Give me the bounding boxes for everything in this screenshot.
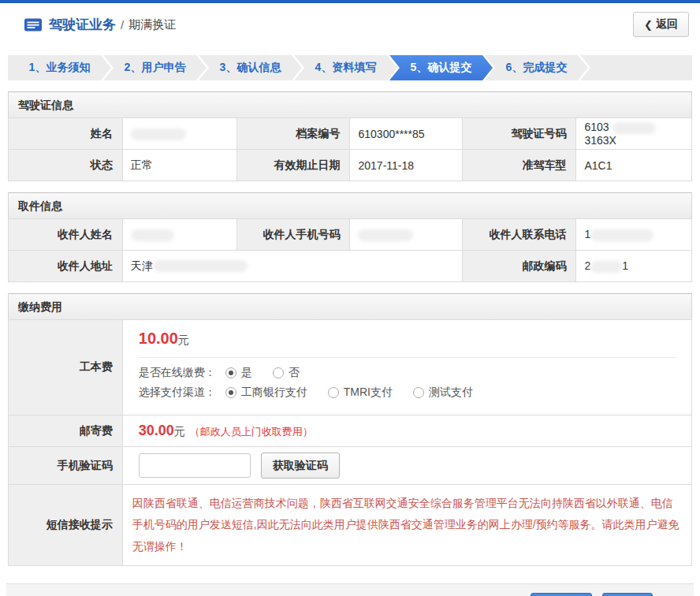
recipient-address-prefix: 天津: [131, 259, 153, 272]
expiry-label: 有效期止日期: [236, 150, 350, 181]
table-row: 收件人地址 天津 邮政编码 21: [9, 251, 692, 282]
radio-channel-tmri-label: TMRI支付: [344, 386, 393, 400]
pickup-section-title: 取件信息: [8, 192, 692, 218]
breadcrumb-separator: /: [121, 18, 124, 32]
postage-fee-cell: 30.00元（邮政人员上门收取费用）: [122, 415, 691, 447]
radio-online-no[interactable]: 否: [273, 366, 300, 380]
file-number-value: 610300****85: [350, 118, 462, 150]
back-button[interactable]: ❮ 返回: [633, 12, 689, 37]
page-header: 驾驶证业务 / 期满换证 ❮ 返回: [0, 3, 700, 46]
back-arrow-icon: ❮: [644, 19, 653, 31]
radio-unselected-icon: [328, 387, 339, 398]
table-row: 状态 正常 有效期止日期 2017-11-18 准驾车型 A1C1: [9, 150, 692, 181]
radio-selected-icon: [225, 367, 236, 378]
postage-fee-label: 邮寄费: [9, 415, 123, 447]
footer-bar: 上一步 完成: [6, 583, 694, 596]
step-label: 6、完成提交: [506, 61, 568, 75]
online-pay-row: 是否在线缴费： 是 否: [139, 366, 676, 380]
license-number-value: 6103 3163X: [576, 118, 692, 150]
table-row: 工本费 10.00元 是否在线缴费： 是 否 选择支付渠道： 工商银行支付 TM…: [9, 320, 692, 415]
postage-fee-note: （邮政人员上门收取费用）: [190, 426, 313, 438]
vehicle-type-value: A1C1: [576, 150, 692, 181]
step-label: 2、用户申告: [125, 61, 186, 75]
license-number-label: 驾驶证号码: [462, 118, 576, 150]
license-info-section: 驾驶证信息 姓名 档案编号 610300****85 驾驶证号码 6103 31…: [8, 91, 692, 181]
postal-code-prefix: 2: [584, 259, 590, 272]
online-pay-label: 是否在线缴费：: [139, 366, 216, 380]
license-info-table: 姓名 档案编号 610300****85 驾驶证号码 6103 3163X 状态…: [8, 117, 692, 181]
previous-step-button[interactable]: 上一步: [531, 593, 592, 596]
file-number-label: 档案编号: [236, 118, 350, 150]
radio-selected-icon: [225, 387, 236, 398]
work-fee-label: 工本费: [9, 320, 123, 415]
table-row: 收件人姓名 收件人手机号码 收件人联系电话 1: [9, 219, 692, 251]
radio-online-yes-label: 是: [241, 366, 252, 380]
get-captcha-button[interactable]: 获取验证码: [261, 453, 340, 479]
step-label: 3、确认信息: [220, 61, 281, 75]
license-number-prefix: 6103: [584, 121, 609, 133]
radio-channel-tmri[interactable]: TMRI支付: [328, 386, 393, 400]
license-section-title: 驾驶证信息: [8, 91, 692, 117]
work-fee-amount-line: 10.00元: [139, 330, 676, 348]
table-row: 手机验证码 获取验证码: [9, 447, 692, 485]
step-bar-filler: [580, 55, 692, 80]
name-label: 姓名: [9, 118, 123, 150]
currency-unit: 元: [178, 333, 189, 346]
captcha-label: 手机验证码: [9, 447, 123, 485]
status-label: 状态: [9, 150, 123, 181]
radio-channel-icbc-label: 工商银行支付: [241, 386, 307, 400]
redacted-recipient-mobile: [358, 229, 413, 241]
redacted-postal-code: [590, 261, 622, 273]
step-label: 1、业务须知: [29, 61, 91, 75]
fees-table: 工本费 10.00元 是否在线缴费： 是 否 选择支付渠道： 工商银行支付 TM…: [8, 319, 692, 566]
pickup-info-section: 取件信息 收件人姓名 收件人手机号码 收件人联系电话 1 收件人地址 天津 邮政…: [8, 192, 692, 282]
redacted-recipient-phone: [590, 229, 653, 241]
step-2-user-declaration[interactable]: 2、用户申告: [103, 55, 207, 80]
page-title: 驾驶证业务: [49, 16, 116, 34]
license-card-icon: [24, 17, 43, 32]
finish-button[interactable]: 完成: [602, 593, 653, 596]
recipient-phone-label: 收件人联系电话: [462, 219, 576, 251]
recipient-mobile-label: 收件人手机号码: [236, 219, 350, 251]
postal-code-suffix: 1: [622, 259, 628, 272]
step-5-confirm-submit[interactable]: 5、确认提交: [389, 55, 493, 80]
step-label: 5、确认提交: [411, 61, 472, 75]
radio-online-yes[interactable]: 是: [225, 366, 252, 380]
redacted-recipient-address: [153, 260, 248, 272]
name-value: [122, 118, 236, 150]
recipient-address-value: 天津: [122, 251, 462, 282]
breadcrumb-current: 期满换证: [128, 17, 176, 32]
radio-channel-test[interactable]: 测试支付: [413, 386, 473, 400]
vehicle-type-label: 准驾车型: [462, 150, 576, 181]
postal-code-label: 邮政编码: [462, 251, 576, 282]
captcha-input[interactable]: [139, 453, 251, 478]
fee-divider: [139, 357, 676, 358]
currency-unit: 元: [174, 425, 185, 438]
step-4-fill-data[interactable]: 4、资料填写: [294, 55, 397, 80]
license-number-suffix: 3163X: [584, 134, 616, 147]
table-row: 短信接收提示 因陕西省联通、电信运营商技术问题，陕西省互联网交通安全综合服务管理…: [9, 485, 692, 566]
radio-unselected-icon: [413, 387, 424, 398]
step-6-complete-submit[interactable]: 6、完成提交: [485, 55, 588, 80]
recipient-phone-value: 1: [576, 219, 692, 251]
radio-unselected-icon: [273, 367, 284, 378]
work-fee-cell: 10.00元 是否在线缴费： 是 否 选择支付渠道： 工商银行支付 TMRI支付…: [122, 320, 691, 415]
sms-notice-label: 短信接收提示: [9, 485, 123, 566]
pay-channel-label: 选择支付渠道：: [139, 386, 216, 400]
recipient-address-label: 收件人地址: [9, 251, 123, 282]
sms-notice-text: 因陕西省联通、电信运营商技术问题，陕西省互联网交通安全综合服务管理平台无法向持陕…: [132, 493, 682, 557]
step-1-business-notice[interactable]: 1、业务须知: [8, 55, 111, 80]
work-fee-amount: 10.00: [139, 330, 178, 347]
radio-channel-icbc[interactable]: 工商银行支付: [225, 386, 307, 400]
postage-fee-amount: 30.00: [139, 423, 174, 438]
fees-section: 缴纳费用 工本费 10.00元 是否在线缴费： 是 否 选择支付渠道： 工商银行…: [8, 293, 692, 566]
step-progress-bar: 1、业务须知 2、用户申告 3、确认信息 4、资料填写 5、确认提交 6、完成提…: [8, 55, 692, 80]
pickup-info-table: 收件人姓名 收件人手机号码 收件人联系电话 1 收件人地址 天津 邮政编码 21: [8, 218, 692, 282]
expiry-value: 2017-11-18: [350, 150, 462, 181]
table-row: 姓名 档案编号 610300****85 驾驶证号码 6103 3163X: [9, 118, 692, 150]
redacted-name: [131, 129, 186, 140]
radio-channel-test-label: 测试支付: [429, 386, 473, 400]
radio-online-no-label: 否: [289, 366, 300, 380]
sms-notice-cell: 因陕西省联通、电信运营商技术问题，陕西省互联网交通安全综合服务管理平台无法向持陕…: [122, 485, 691, 566]
step-3-confirm-info[interactable]: 3、确认信息: [199, 55, 302, 80]
